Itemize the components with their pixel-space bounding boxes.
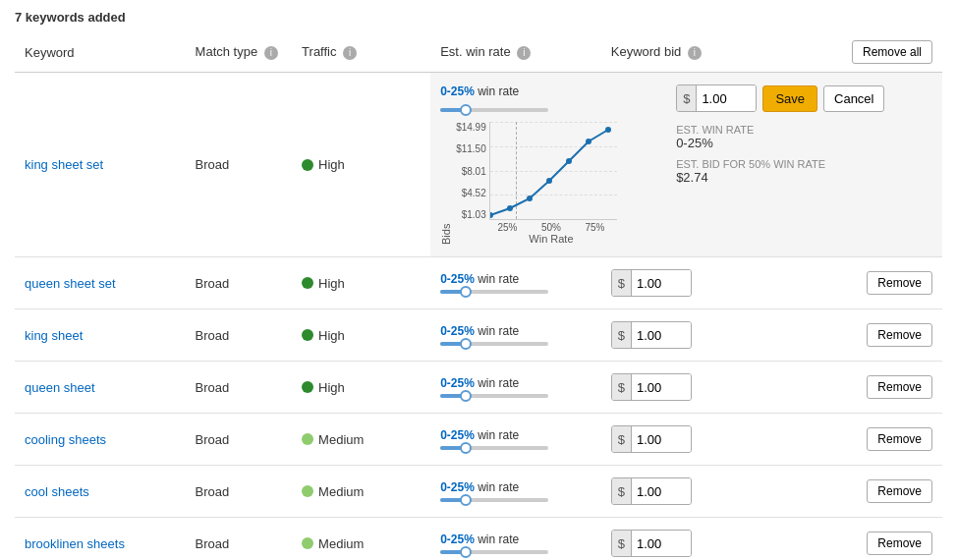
chart-x-values: 25%50%75%: [456, 222, 617, 233]
table-row: cooling sheets Broad Medium 0-25% win ra…: [15, 414, 942, 466]
dollar-sign: $: [612, 374, 632, 400]
win-rate-slider[interactable]: [440, 394, 548, 398]
dollar-sign: $: [612, 478, 632, 504]
win-rate-slider[interactable]: [440, 290, 548, 294]
chart-y-values: $14.99 $11.50 $8.01 $4.52 $1.03: [456, 122, 486, 220]
win-rate-label: 0-25% win rate: [440, 428, 591, 442]
col-traffic: Traffic i: [292, 32, 430, 73]
traffic-label: High: [318, 328, 345, 343]
match-type-value: Broad: [196, 484, 230, 499]
traffic-cell: High: [292, 362, 430, 414]
dollar-sign: $: [612, 270, 632, 296]
win-rate-label: 0-25% win rate: [440, 532, 591, 546]
traffic-cell: Medium: [292, 466, 430, 518]
save-button[interactable]: Save: [762, 85, 817, 112]
bid-cell: $: [601, 309, 836, 362]
traffic-label: Medium: [318, 536, 364, 551]
dollar-sign: $: [612, 322, 632, 348]
traffic-cell: High: [292, 309, 430, 362]
winrate-cell: 0-25% win rate: [430, 362, 601, 414]
svg-point-1: [507, 205, 513, 211]
col-winrate: Est. win rate i: [430, 32, 601, 73]
win-rate-value: 0-25%: [440, 324, 475, 338]
matchtype-cell: Broad: [186, 257, 293, 309]
traffic-dot: [302, 277, 313, 289]
dollar-sign: $: [677, 85, 697, 111]
remove-button[interactable]: Remove: [867, 532, 932, 555]
match-type-value: Broad: [196, 380, 230, 395]
matchtype-cell: Broad: [186, 518, 293, 561]
dollar-sign: $: [612, 426, 632, 452]
page-title: 7 keywords added: [15, 10, 942, 25]
bid-input[interactable]: [632, 374, 691, 400]
chart-y-axis-label: Bids: [440, 122, 452, 245]
win-rate-value: 0-25%: [440, 480, 475, 494]
remove-button[interactable]: Remove: [867, 479, 932, 503]
bid-dollar-box: $: [611, 425, 692, 453]
remove-button[interactable]: Remove: [867, 375, 932, 399]
bid-dollar-box: $: [611, 477, 692, 505]
matchtype-cell: Broad: [186, 309, 293, 362]
keyword-cell: queen sheet set: [15, 257, 186, 309]
keyword-link[interactable]: brooklinen sheets: [25, 536, 125, 551]
remove-all-button[interactable]: Remove all: [852, 40, 932, 64]
traffic-info-icon[interactable]: i: [343, 46, 357, 60]
col-matchtype: Match type i: [186, 32, 293, 73]
keyword-link[interactable]: king sheet set: [25, 157, 103, 172]
chart-win-rate-suffix: win rate: [478, 84, 519, 98]
bid-info-icon[interactable]: i: [688, 46, 702, 60]
svg-point-2: [527, 196, 533, 201]
traffic-cell: Medium: [292, 518, 430, 561]
match-type-value: Broad: [196, 432, 230, 447]
bid-input[interactable]: [632, 426, 691, 452]
bid-dollar-box: $: [611, 321, 692, 349]
traffic-label: High: [318, 380, 345, 395]
win-rate-value: 0-25%: [440, 376, 475, 390]
remove-button[interactable]: Remove: [867, 427, 932, 451]
matchtype-cell: Broad: [186, 362, 293, 414]
est-win-rate-value: 0-25%: [676, 136, 932, 150]
win-rate-slider[interactable]: [440, 446, 548, 450]
svg-point-4: [566, 158, 572, 164]
win-rate-label: 0-25% win rate: [440, 376, 591, 390]
win-rate-slider[interactable]: [440, 342, 548, 346]
svg-point-6: [605, 127, 611, 133]
matchtype-cell: Broad: [186, 466, 293, 518]
keyword-cell: cool sheets: [15, 466, 186, 518]
bid-input[interactable]: [632, 531, 691, 556]
traffic-cell: High: [292, 73, 430, 257]
cancel-button[interactable]: Cancel: [823, 85, 884, 112]
keyword-link[interactable]: cool sheets: [25, 484, 89, 499]
matchtype-info-icon[interactable]: i: [264, 46, 278, 60]
keyword-link[interactable]: queen sheet: [25, 380, 95, 395]
bid-input[interactable]: [632, 478, 691, 504]
table-row: queen sheet set Broad High 0-25% win rat…: [15, 257, 942, 309]
keyword-link[interactable]: queen sheet set: [25, 276, 116, 291]
match-type-value: Broad: [196, 276, 230, 291]
win-rate-slider[interactable]: [440, 498, 548, 502]
col-bid: Keyword bid i: [601, 32, 836, 73]
remove-button[interactable]: Remove: [867, 323, 932, 347]
traffic-cell: High: [292, 257, 430, 309]
table-row: king sheet Broad High 0-25% win rate: [15, 309, 942, 362]
bid-cell: $: [601, 257, 836, 309]
win-rate-value: 0-25%: [440, 272, 475, 286]
win-rate-slider[interactable]: [440, 550, 548, 554]
bid-input[interactable]: [632, 322, 691, 348]
remove-button[interactable]: Remove: [867, 271, 932, 295]
bid-input-expanded[interactable]: [697, 85, 756, 111]
matchtype-cell: Broad: [186, 73, 293, 257]
expanded-panel: 0-25% win rate Bids: [430, 73, 942, 257]
svg-point-0: [490, 212, 493, 218]
winrate-info-icon[interactable]: i: [517, 46, 531, 60]
keyword-link[interactable]: cooling sheets: [25, 432, 106, 447]
est-bid-label: EST. BID FOR 50% WIN RATE: [676, 158, 932, 170]
keyword-cell: king sheet: [15, 309, 186, 362]
action-cell: Remove: [835, 362, 942, 414]
table-row: brooklinen sheets Broad Medium 0-25% win…: [15, 518, 942, 561]
svg-point-5: [586, 139, 591, 144]
bid-dollar-box: $: [611, 269, 692, 297]
traffic-dot: [302, 159, 313, 171]
keyword-link[interactable]: king sheet: [25, 328, 83, 343]
bid-input[interactable]: [632, 270, 691, 296]
